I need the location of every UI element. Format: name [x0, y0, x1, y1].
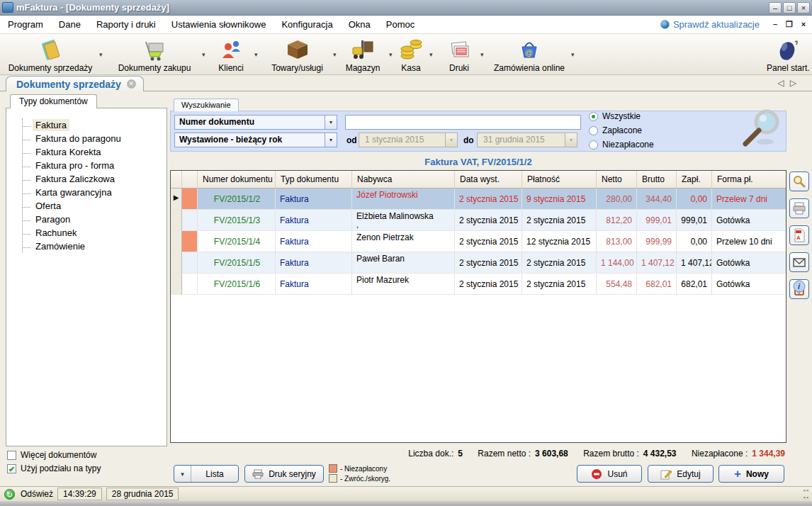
col-zapl[interactable]: Zapł.	[677, 171, 712, 189]
mdi-close-button[interactable]: ×	[798, 19, 809, 30]
usun-button[interactable]: Usuń	[577, 465, 642, 483]
refresh-label[interactable]: Odśwież	[21, 489, 53, 499]
toolbar-zamowienia-online[interactable]: @ Zamówienia online	[490, 37, 568, 73]
col-typ-dokumentu[interactable]: Typ dokumentu	[276, 171, 352, 189]
tree-item-faktura-pro-forma[interactable]: Faktura pro - forma	[23, 159, 167, 172]
tab-wyszukiwanie[interactable]: Wyszukiwanie	[174, 99, 239, 111]
check-updates-link[interactable]: Sprawdź aktualizacje	[660, 19, 760, 30]
table-row[interactable]: FV/2015/1/3 Faktura Elżbieta Malinowska,…	[171, 210, 786, 231]
checkbox-uzyj-podzialu[interactable]: ✔ Użyj podziału na typy	[7, 463, 101, 473]
print-button[interactable]	[789, 198, 809, 218]
pdf-button[interactable]: A	[789, 225, 809, 245]
tab-dokumenty-sprzedazy[interactable]: Dokumenty sprzedaży ✕	[6, 76, 144, 91]
date-to-combo: 31 grudnia 2015 ▾	[477, 133, 577, 147]
cash-icon	[394, 37, 428, 62]
info-icon[interactable]: i	[791, 279, 807, 295]
toolbar-dokumenty-sprzedazy[interactable]: Dokumenty sprzedaży	[4, 37, 96, 73]
window-minimize-button[interactable]: –	[769, 2, 782, 13]
col-brutto[interactable]: Brutto	[637, 171, 677, 189]
radio-wszystkie[interactable]: Wszystkie	[589, 111, 641, 121]
chevron-down-icon[interactable]: ▾	[571, 51, 575, 58]
toolbar-panel-start[interactable]: Panel start.	[767, 37, 809, 73]
date-from-combo: 1 stycznia 2015 ▾	[359, 133, 458, 147]
tab-nav-arrows[interactable]: ◁▷	[778, 78, 802, 88]
radio-icon	[589, 126, 598, 135]
radio-zaplacone[interactable]: Zapłacone	[589, 125, 642, 135]
chevron-down-icon[interactable]: ▾	[480, 51, 484, 58]
toolbar-kasa[interactable]: Kasa	[394, 37, 428, 73]
nowy-button[interactable]: + Nowy	[718, 465, 784, 483]
document-types-tree: Faktura Faktura do paragonu Faktura Kore…	[22, 118, 167, 253]
toolbar-dokumenty-zakupu[interactable]: Dokumenty zakupu	[112, 37, 197, 73]
refresh-icon[interactable]: ↻	[4, 489, 15, 500]
chevron-down-icon[interactable]: ▾	[429, 51, 433, 58]
tree-item-karta-gwarancyjna[interactable]: Karta gwarancyjna	[23, 186, 167, 199]
tab-close-icon[interactable]: ✕	[127, 79, 136, 89]
tree-item-faktura-do-paragonu[interactable]: Faktura do paragonu	[23, 132, 167, 145]
chevron-down-icon[interactable]: ▾	[174, 466, 191, 482]
tree-item-paragon[interactable]: Paragon	[23, 213, 167, 226]
menu-ustawienia[interactable]: Ustawienia słownikowe	[164, 19, 274, 30]
col-data-wyst[interactable]: Data wyst.	[455, 171, 522, 189]
mdi-restore-button[interactable]: ❐	[784, 19, 795, 30]
tree-item-oferta[interactable]: Oferta	[23, 199, 167, 213]
table-row[interactable]: ▶ FV/2015/1/2 Faktura Józef Piotrowski 2…	[171, 189, 786, 210]
toolbar-druki[interactable]: Druki	[441, 37, 478, 73]
col-netto[interactable]: Netto	[597, 171, 637, 189]
table-row[interactable]: FV/2015/1/5 Faktura Paweł Baran 2 styczn…	[171, 252, 786, 274]
legend-niezaplacony: - Niezapłacony	[329, 464, 387, 473]
grid-header: Numer dokumentu Typ dokumentu Nabywca Da…	[171, 171, 786, 189]
print-icon	[792, 201, 806, 215]
menu-program[interactable]: Program	[0, 19, 51, 30]
chevron-down-icon: ▾	[565, 133, 577, 147]
toolbar-klienci[interactable]: Klienci	[210, 37, 252, 73]
razem-netto-value: 3 603,68	[535, 449, 568, 459]
window-maximize-button[interactable]: □	[783, 2, 796, 13]
menu-okna[interactable]: Okna	[341, 19, 378, 30]
row-marker-icon: ▶	[171, 189, 182, 210]
menu-konfiguracja[interactable]: Konfiguracja	[274, 19, 340, 30]
table-row[interactable]: FV/2015/1/6 Faktura Piotr Mazurek 2 styc…	[171, 274, 786, 295]
tab-typy-dokumentow[interactable]: Typy dokumentów	[10, 94, 97, 108]
lista-button[interactable]: ▾ Lista	[174, 465, 239, 483]
mdi-minimize-button[interactable]: –	[769, 19, 781, 30]
tree-item-rachunek[interactable]: Rachunek	[23, 226, 167, 240]
druk-seryjny-button[interactable]: Druk seryjny	[244, 465, 324, 483]
chevron-down-icon[interactable]: ▾	[99, 51, 103, 58]
chevron-down-icon[interactable]: ▾	[333, 51, 337, 58]
checkbox-wiecej-dokumentow[interactable]: Więcej dokumentów	[7, 450, 96, 460]
search-magnifier-icon[interactable]	[737, 106, 784, 152]
email-button[interactable]	[789, 252, 809, 272]
status-bar: ↻ Odśwież 14:39:29 28 grudnia 2015 ▪▪▪▪	[0, 486, 812, 501]
search-field-dropdown[interactable]: Numer dokumentu ▾	[174, 115, 337, 130]
col-nabywca[interactable]: Nabywca	[352, 171, 455, 189]
tree-item-faktura[interactable]: Faktura	[23, 118, 167, 132]
col-forma-pl[interactable]: Forma pł.	[712, 171, 786, 189]
menu-raporty[interactable]: Raporty i druki	[89, 19, 164, 30]
menu-dane[interactable]: Dane	[51, 19, 89, 30]
tree-item-faktura-zaliczkowa[interactable]: Faktura Zaliczkowa	[23, 172, 167, 186]
svg-text:A: A	[796, 235, 801, 241]
date-range-dropdown[interactable]: Wystawione - bieżący rok ▾	[174, 133, 337, 147]
tree-item-faktura-korekta[interactable]: Faktura Korekta	[23, 145, 167, 159]
toolbar-towary-uslugi[interactable]: Towary/usługi	[264, 37, 331, 73]
tree-item-zamowienie[interactable]: Zamówienie	[23, 240, 167, 253]
search-input[interactable]	[345, 115, 581, 130]
toolbar-magazyn[interactable]: Magazyn	[339, 37, 387, 73]
chevron-down-icon[interactable]: ▾	[254, 51, 258, 58]
chevron-down-icon: ▾	[325, 133, 337, 147]
table-row[interactable]: FV/2015/1/4 Faktura Zenon Pietrzak 2 sty…	[171, 231, 786, 252]
checkbox-icon	[7, 451, 16, 460]
find-button[interactable]	[789, 172, 809, 191]
chevron-down-icon[interactable]: ▾	[202, 51, 205, 58]
globe-icon	[660, 20, 670, 29]
col-platnosc[interactable]: Płatność	[522, 171, 597, 189]
legend-unpaid-swatch	[329, 464, 337, 473]
radio-niezaplacone[interactable]: Niezapłacone	[589, 140, 654, 150]
edytuj-button[interactable]: Edytuj	[648, 465, 714, 483]
chevron-down-icon[interactable]: ▾	[389, 51, 393, 58]
window-close-button[interactable]: ×	[797, 2, 810, 13]
col-numer-dokumentu[interactable]: Numer dokumentu	[198, 171, 276, 189]
menu-pomoc[interactable]: Pomoc	[378, 19, 422, 30]
grid-title: Faktura VAT, FV/2015/1/2	[170, 157, 786, 167]
